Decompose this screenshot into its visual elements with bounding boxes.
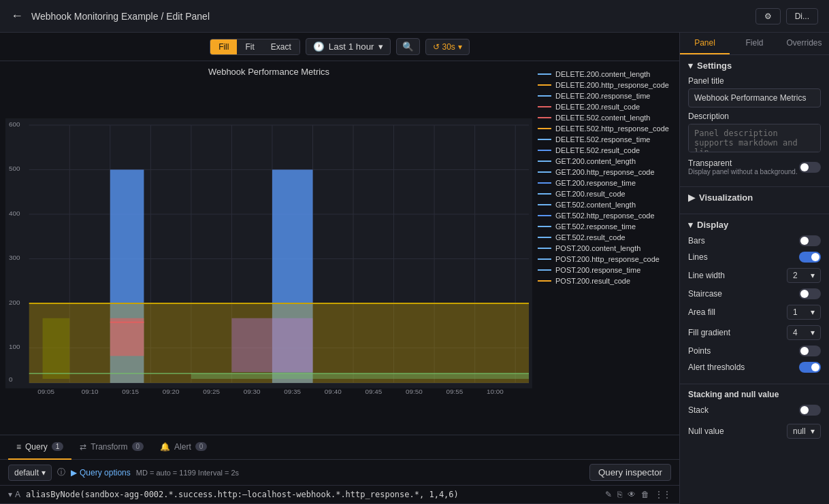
query-count: 1 (52, 442, 64, 451)
transform-icon: ⇄ (80, 442, 86, 452)
panel-title-input[interactable] (688, 88, 821, 107)
legend-post-200-http: POST.200.http_response_code (538, 254, 674, 264)
chevron-down-icon: ▾ (378, 41, 383, 52)
line-width-select[interactable]: 2 ▾ (787, 268, 821, 283)
display-header[interactable]: ▾ Display (688, 220, 821, 230)
chart-toolbar: Fill Fit Exact 🕐 Last 1 hour ▾ 🔍 ↺ 30s ▾ (0, 33, 679, 61)
fit-button[interactable]: Fit (237, 39, 262, 54)
visualization-section: ▶ Visualization (680, 187, 829, 214)
svg-text:10:00: 10:00 (487, 388, 504, 395)
zoom-group: Fill Fit Exact (210, 39, 300, 55)
svg-text:09:30: 09:30 (244, 388, 261, 395)
lines-row: Lines (688, 252, 821, 263)
stacking-header: Stacking and null value (680, 384, 829, 402)
copy-icon[interactable]: ⎘ (617, 490, 622, 499)
line-width-value: 2 (793, 271, 798, 280)
null-value-label: Null value (688, 426, 724, 436)
fill-gradient-row: Fill gradient 4 ▾ (688, 325, 821, 340)
transparent-row: Transparent Display panel without a back… (688, 158, 821, 175)
chevron-refresh-icon: ▾ (458, 42, 462, 52)
legend-delete-200-content-length: DELETE.200.content_length (538, 69, 674, 79)
tab-overrides[interactable]: Overrides (779, 33, 829, 54)
alert-count: 0 (195, 442, 208, 451)
legend-get-502-content: GET.502.content_length (538, 200, 674, 209)
query-icon: ≡ (16, 442, 21, 452)
tab-transform[interactable]: ⇄ Transform 0 (71, 435, 152, 460)
alert-thresholds-toggle[interactable] (799, 362, 821, 373)
legend-get-502-result: GET.502.result_code (538, 233, 674, 242)
svg-text:09:40: 09:40 (325, 388, 342, 395)
chevron-right-icon: ▶ (71, 468, 77, 477)
query-bar: default ▾ ⓘ ▶ Query options MD = auto = … (0, 460, 679, 486)
settings-button[interactable]: ⚙ (755, 8, 781, 24)
exact-button[interactable]: Exact (263, 39, 299, 54)
lines-toggle[interactable] (799, 252, 821, 263)
stack-toggle[interactable] (799, 405, 821, 416)
legend-post-200-content: POST.200.content_length (538, 243, 674, 253)
null-value-row: Null value null ▾ (680, 421, 829, 444)
legend-delete-200-http: DELETE.200.http_response_code (538, 80, 674, 90)
svg-text:400: 400 (9, 209, 20, 217)
bottom-panel: ≡ Query 1 ⇄ Transform 0 🔔 Alert 0 defaul… (0, 435, 679, 504)
points-toggle[interactable] (799, 346, 821, 356)
visualization-header[interactable]: ▶ Visualization (688, 192, 821, 203)
lines-label: Lines (688, 252, 708, 262)
tab-alert[interactable]: 🔔 Alert 0 (152, 435, 215, 460)
legend-delete-502-result: DELETE.502.result_code (538, 146, 674, 155)
fill-gradient-select[interactable]: 4 ▾ (787, 325, 821, 340)
alert-label: Alert (174, 442, 191, 452)
bars-row: Bars (688, 235, 821, 246)
tab-panel[interactable]: Panel (680, 33, 730, 54)
query-row-label[interactable]: ▾ A (8, 490, 20, 499)
time-range-button[interactable]: 🕐 Last 1 hour ▾ (306, 38, 391, 55)
legend-get-200-result: GET.200.result_code (538, 189, 674, 199)
query-alias-input[interactable] (26, 490, 605, 499)
legend-post-200-result: POST.200.result_code (538, 276, 674, 286)
area-fill-select[interactable]: 1 ▾ (787, 305, 821, 320)
svg-text:200: 200 (9, 299, 20, 306)
fill-button[interactable]: Fill (210, 39, 237, 54)
settings-header[interactable]: ▾ Settings (688, 61, 821, 71)
bars-label: Bars (688, 236, 705, 246)
back-button[interactable]: ← (11, 9, 23, 23)
points-label: Points (688, 346, 711, 356)
svg-text:300: 300 (9, 254, 20, 261)
area-fill-row: Area fill 1 ▾ (688, 305, 821, 320)
tab-query[interactable]: ≡ Query 1 (8, 435, 71, 460)
discard-button[interactable]: Di... (786, 8, 818, 24)
eye-icon[interactable]: 👁 (628, 490, 636, 499)
stacking-section: Stacking and null value Stack Null value… (680, 384, 829, 444)
drag-icon[interactable]: ⋮⋮ (655, 490, 671, 499)
svg-text:09:15: 09:15 (122, 388, 139, 395)
svg-text:500: 500 (9, 165, 20, 172)
delete-icon[interactable]: 🗑 (641, 490, 649, 499)
zoom-out-button[interactable]: 🔍 (396, 38, 420, 55)
svg-text:09:50: 09:50 (406, 388, 423, 395)
query-meta: MD = auto = 1199 Interval = 2s (136, 469, 239, 477)
page-title: Webhook Monitoring Example / Edit Panel (31, 11, 210, 22)
null-value-select[interactable]: null ▾ (787, 424, 821, 439)
staircase-toggle[interactable] (799, 288, 821, 299)
top-bar: ← Webhook Monitoring Example / Edit Pane… (0, 0, 829, 33)
display-section: ▾ Display Bars Lines Line width 2 ▾ Stai… (680, 214, 829, 384)
transparent-toggle[interactable] (799, 162, 821, 173)
edit-icon[interactable]: ✎ (605, 490, 612, 499)
datasource-select[interactable]: default ▾ (8, 465, 52, 481)
info-icon[interactable]: ⓘ (57, 467, 65, 478)
legend-get-200-http: GET.200.http_response_code (538, 167, 674, 177)
query-options-button[interactable]: ▶ Query options (71, 468, 131, 477)
bars-toggle[interactable] (799, 235, 821, 246)
settings-arrow-icon: ▾ (688, 61, 693, 71)
time-range-label: Last 1 hour (329, 41, 374, 52)
tab-field[interactable]: Field (730, 33, 779, 54)
legend-get-200-content: GET.200.content_length (538, 156, 674, 166)
svg-text:09:35: 09:35 (284, 388, 301, 395)
refresh-button[interactable]: ↺ 30s ▾ (425, 39, 470, 55)
svg-rect-36 (231, 318, 312, 372)
query-inspector-button[interactable]: Query inspector (589, 464, 671, 481)
right-tabs: Panel Field Overrides (680, 33, 829, 55)
svg-text:09:20: 09:20 (163, 388, 180, 395)
transform-label: Transform (91, 442, 127, 452)
description-input[interactable] (688, 124, 821, 152)
area-fill-value: 1 (793, 307, 798, 317)
